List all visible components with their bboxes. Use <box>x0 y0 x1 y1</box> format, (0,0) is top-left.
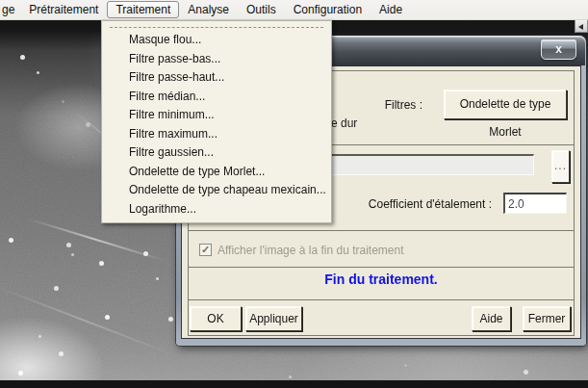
image-bottom-edge <box>0 380 588 388</box>
menu-option-filtre-median[interactable]: Filtre médian... <box>102 88 331 107</box>
menu-item-aide[interactable]: Aide <box>371 1 411 18</box>
menu-bar: ge Prétraitement Traitement Analyse Outi… <box>0 0 588 20</box>
show-image-checkbox-label: Afficher l'image à la fin du traitement <box>217 244 404 257</box>
thresholding-radio-label-fragment: e dur <box>331 116 357 130</box>
filters-label: Filtres : <box>336 98 422 112</box>
menu-option-filtre-minimum[interactable]: Filtre minimum... <box>102 106 331 125</box>
traitement-dropdown-menu: Masque flou... Filtre passe-bas... Filtr… <box>101 20 332 223</box>
browse-button[interactable]: ... <box>551 150 570 183</box>
scrollbar-arrow-fragment[interactable] <box>575 19 588 33</box>
show-image-checkbox[interactable]: ✓ <box>199 244 212 256</box>
menu-item-outils[interactable]: Outils <box>238 1 285 18</box>
coefficient-input[interactable] <box>503 193 567 214</box>
menu-option-ondelette-chapeau-mexicain[interactable]: Ondelette de type chapeau mexicain... <box>102 181 331 200</box>
menu-item-image-fragment[interactable]: ge <box>0 1 20 18</box>
apply-button[interactable]: Appliquer <box>245 306 302 331</box>
screen: x e dur Filtres : Ondelette de type Morl… <box>0 0 588 388</box>
menu-item-traitement[interactable]: Traitement <box>107 1 179 18</box>
menu-option-filtre-gaussien[interactable]: Filtre gaussien... <box>102 143 331 163</box>
menu-option-filtre-maximum[interactable]: Filtre maximum... <box>102 125 331 144</box>
tear-off-handle[interactable] <box>110 27 323 28</box>
menu-item-analyse[interactable]: Analyse <box>179 1 238 18</box>
help-button[interactable]: Aide <box>472 306 511 331</box>
filter-type-button[interactable]: Ondelette de type Morlet <box>444 90 567 119</box>
ok-button[interactable]: OK <box>190 306 242 331</box>
close-icon[interactable]: x <box>541 39 576 60</box>
status-message: Fin du traitement. <box>182 272 580 287</box>
menu-option-filtre-passe-haut[interactable]: Filtre passe-haut... <box>102 68 331 88</box>
menu-option-filtre-passe-bas[interactable]: Filtre passe-bas... <box>102 50 331 69</box>
close-button[interactable]: Fermer <box>523 306 571 331</box>
menu-item-configuration[interactable]: Configuration <box>285 1 371 18</box>
menu-item-pretraitement[interactable]: Prétraitement <box>20 1 107 18</box>
menu-option-masque-flou[interactable]: Masque flou... <box>102 31 331 50</box>
menu-option-logarithme[interactable]: Logarithme... <box>102 200 331 220</box>
menu-option-ondelette-morlet[interactable]: Ondelette de type Morlet... <box>102 163 331 182</box>
